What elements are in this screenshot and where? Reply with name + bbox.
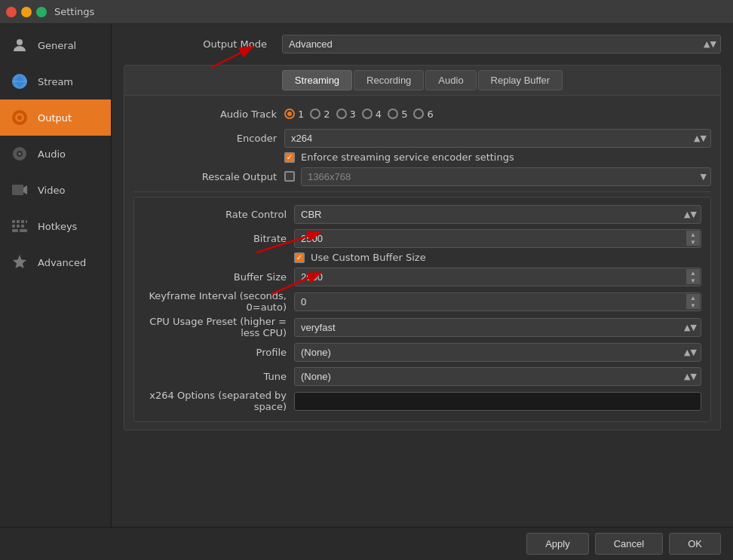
hotkeys-icon [9,216,30,237]
svg-rect-18 [21,225,24,228]
tab-audio[interactable]: Audio [425,70,476,90]
cancel-button[interactable]: Cancel [595,533,663,555]
radio-circle-4 [362,109,373,119]
rate-control-select[interactable]: CBR VBR ABR CRF [294,205,701,224]
svg-rect-14 [21,220,24,223]
bitrate-input[interactable] [294,229,701,248]
cpu-label: CPU Usage Preset (higher = less CPU) [143,316,294,338]
tune-row: Tune (None) film animation grain ▲▼ [143,366,701,387]
radio-label-2: 2 [324,109,330,120]
close-button[interactable] [6,7,17,17]
sidebar-label-video: Video [38,185,65,196]
radio-circle-3 [336,109,347,119]
general-icon [9,35,30,56]
svg-rect-20 [20,229,27,232]
rescale-checkbox[interactable] [284,171,295,182]
x264-options-input[interactable] [294,392,701,411]
buffer-size-input[interactable] [294,268,701,286]
video-icon [9,179,30,200]
radio-label-1: 1 [298,109,304,120]
radio-track-4[interactable]: 4 [362,109,382,120]
sidebar-item-output[interactable]: Output [0,99,111,136]
minimize-button[interactable] [21,7,32,17]
radio-track-3[interactable]: 3 [336,109,356,120]
svg-rect-13 [17,220,20,223]
svg-point-6 [17,115,22,120]
sidebar-item-video[interactable]: Video [0,172,111,208]
radio-track-5[interactable]: 5 [388,109,407,120]
keyframe-increment-button[interactable]: ▲ [686,294,700,301]
bitrate-spinbox: ▲ ▼ [294,229,701,248]
ok-button[interactable]: OK [669,533,721,555]
tab-replay-buffer[interactable]: Replay Buffer [478,70,563,90]
rescale-select[interactable]: 1366x768 [301,167,711,186]
rescale-control: 1366x768 ▼ [284,167,711,186]
svg-rect-16 [12,225,15,228]
svg-rect-15 [26,220,27,223]
radio-circle-2 [310,109,320,119]
radio-track-2[interactable]: 2 [310,109,330,120]
maximize-button[interactable] [36,7,47,17]
sidebar-item-hotkeys[interactable]: Hotkeys [0,208,111,244]
output-mode-label: Output Mode [124,38,274,50]
buffer-increment-button[interactable]: ▲ [686,269,700,277]
output-mode-select[interactable]: Advanced Simple [282,35,721,54]
buffer-size-row: Buffer Size ▲ ▼ [143,266,701,287]
keyframe-input[interactable] [294,292,701,311]
encoder-row: Encoder x264 ▲▼ [133,127,711,148]
tabs-panel: Streaming Recording Audio Replay Buffer … [124,65,721,430]
bitrate-label: Bitrate [143,233,294,244]
encoder-select[interactable]: x264 [284,129,711,148]
cpu-select[interactable]: veryfast ultrafast superfast fast medium… [294,318,701,337]
sidebar-item-advanced[interactable]: Advanced [0,244,111,280]
buffer-size-label: Buffer Size [143,271,294,283]
apply-button[interactable]: Apply [526,533,589,555]
bottom-bar: Apply Cancel OK [0,527,733,560]
tabs-header: Streaming Recording Audio Replay Buffer [124,66,720,96]
audio-icon [9,143,30,164]
sidebar: General Stream Output [0,24,112,560]
buffer-spin-buttons: ▲ ▼ [686,268,700,286]
window-controls [6,7,47,17]
sidebar-label-advanced: Advanced [38,257,86,268]
rescale-label: Rescale Output [133,171,284,182]
svg-rect-12 [12,220,15,223]
radio-track-1[interactable]: 1 [284,109,304,120]
tab-streaming[interactable]: Streaming [282,70,352,90]
sidebar-item-audio[interactable]: Audio [0,136,111,172]
encoder-label: Encoder [133,133,284,144]
svg-point-9 [19,153,21,155]
profile-select[interactable]: (None) baseline main high [294,343,701,362]
advanced-icon [9,252,30,273]
bitrate-spin-buttons: ▲ ▼ [686,229,700,248]
cpu-select-wrapper: veryfast ultrafast superfast fast medium… [294,318,701,337]
rescale-row: Rescale Output 1366x768 ▼ [133,166,711,187]
sidebar-item-stream[interactable]: Stream [0,63,111,99]
keyframe-spin-buttons: ▲ ▼ [686,292,700,311]
tune-select[interactable]: (None) film animation grain [294,367,701,386]
window-title: Settings [54,6,94,17]
custom-buffer-label: Use Custom Buffer Size [311,252,426,263]
sidebar-label-hotkeys: Hotkeys [38,221,77,232]
enforce-checkbox[interactable] [284,152,295,163]
bitrate-decrement-button[interactable]: ▼ [686,238,700,246]
radio-track-6[interactable]: 6 [413,109,433,120]
radio-label-6: 6 [427,109,433,120]
rate-control-row: Rate Control CBR VBR ABR CRF ▲▼ [143,203,701,225]
enforce-label: Enforce streaming service encoder settin… [301,151,514,163]
sidebar-item-general[interactable]: General [0,27,111,63]
streaming-settings: Audio Track 1 2 3 [124,96,720,430]
custom-buffer-checkbox[interactable] [294,252,305,263]
sidebar-label-audio: Audio [38,148,66,160]
keyframe-decrement-button[interactable]: ▼ [686,301,700,309]
tab-recording[interactable]: Recording [354,70,424,90]
buffer-decrement-button[interactable]: ▼ [686,277,700,284]
sidebar-label-general: General [38,40,76,51]
x264-options-row: x264 Options (separated by space) [143,390,701,412]
bitrate-row: Bitrate ▲ ▼ [143,228,701,249]
tune-label: Tune [143,371,294,382]
encoder-select-wrapper: x264 ▲▼ [284,129,711,148]
bitrate-increment-button[interactable]: ▲ [686,231,700,238]
radio-circle-5 [388,109,398,119]
radio-circle-6 [413,109,424,119]
